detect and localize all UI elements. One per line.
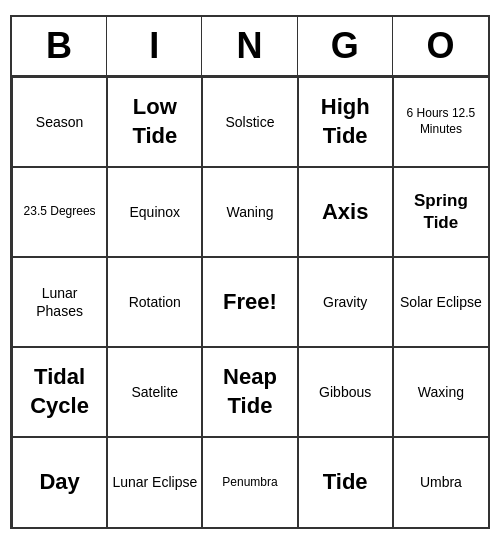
bingo-cell: Neap Tide [202, 347, 297, 437]
bingo-cell: Gibbous [298, 347, 393, 437]
bingo-grid: SeasonLow TideSolsticeHigh Tide6 Hours 1… [12, 77, 488, 527]
bingo-cell: Free! [202, 257, 297, 347]
bingo-cell: Tidal Cycle [12, 347, 107, 437]
bingo-cell: Tide [298, 437, 393, 527]
bingo-cell: Equinox [107, 167, 202, 257]
bingo-header: BINGO [12, 17, 488, 77]
bingo-cell: Spring Tide [393, 167, 488, 257]
header-letter: I [107, 17, 202, 75]
bingo-card: BINGO SeasonLow TideSolsticeHigh Tide6 H… [10, 15, 490, 529]
bingo-cell: Waning [202, 167, 297, 257]
bingo-cell: Waxing [393, 347, 488, 437]
bingo-cell: Solar Eclipse [393, 257, 488, 347]
bingo-cell: 6 Hours 12.5 Minutes [393, 77, 488, 167]
bingo-cell: Umbra [393, 437, 488, 527]
header-letter: O [393, 17, 488, 75]
bingo-cell: Satelite [107, 347, 202, 437]
bingo-cell: Rotation [107, 257, 202, 347]
bingo-cell: Season [12, 77, 107, 167]
bingo-cell: Axis [298, 167, 393, 257]
bingo-cell: Solstice [202, 77, 297, 167]
header-letter: B [12, 17, 107, 75]
bingo-cell: 23.5 Degrees [12, 167, 107, 257]
bingo-cell: High Tide [298, 77, 393, 167]
bingo-cell: Gravity [298, 257, 393, 347]
bingo-cell: Penumbra [202, 437, 297, 527]
bingo-cell: Lunar Eclipse [107, 437, 202, 527]
bingo-cell: Low Tide [107, 77, 202, 167]
bingo-cell: Day [12, 437, 107, 527]
bingo-cell: Lunar Phases [12, 257, 107, 347]
header-letter: G [298, 17, 393, 75]
header-letter: N [202, 17, 297, 75]
